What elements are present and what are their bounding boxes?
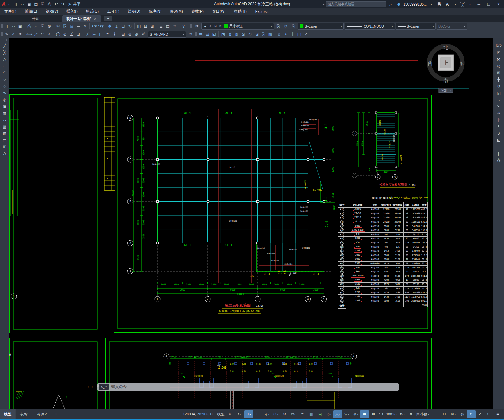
delete-faces-icon[interactable]: ⊠ (240, 31, 247, 38)
copy-faces-icon[interactable]: ⎘ (260, 31, 267, 38)
maximize-button[interactable]: □ (484, 1, 493, 8)
new-file-icon[interactable]: ▯ (12, 1, 19, 8)
annotation-scale-text[interactable]: 1:1 / 100%▾ (378, 410, 398, 418)
copy-clip-icon[interactable]: ⎘ (62, 23, 68, 30)
properties-palette-icon[interactable]: ≣ (158, 23, 165, 30)
dim-update-icon[interactable]: ⟲ (187, 31, 194, 38)
gizmo-toggle[interactable]: ⊕▾ (351, 410, 360, 418)
fillet-icon[interactable]: ⌒ (495, 144, 502, 150)
layout-tab-layout2[interactable]: 布局2 (33, 409, 51, 419)
named-views-icon[interactable]: ⊟ (142, 23, 149, 30)
plot-icon[interactable]: ⎙ (26, 23, 32, 30)
dim-radius-icon[interactable]: ◯ (55, 31, 62, 38)
menu-item-6[interactable]: 绘图(D) (123, 8, 145, 15)
app-menu-arrow-icon[interactable]: ▾ (6, 1, 12, 8)
layer-properties-icon[interactable]: ≋ (194, 23, 200, 30)
dim-continue-icon[interactable]: ⊢ (97, 31, 104, 38)
dim-tolerance-icon[interactable]: ⊞ (120, 31, 127, 38)
arc-icon[interactable]: ◠ (1, 69, 8, 76)
linetype-combo[interactable]: CON...NUOU ▾ (345, 23, 395, 30)
dynamic-ucs-toggle[interactable]: △▾ (333, 410, 342, 418)
dim-angular-icon[interactable]: ∠ (68, 31, 75, 38)
model-space-button[interactable]: 模型 (216, 410, 225, 418)
help-icon[interactable]: ? (460, 2, 465, 7)
dim-style-manager-icon[interactable]: ✓ (10, 31, 17, 38)
dim-linear-icon[interactable]: ⟷ (26, 31, 32, 38)
units-text[interactable]: ▤ 小数▾ (415, 410, 440, 418)
dim-space-icon[interactable]: ≡ (104, 31, 111, 38)
search-input[interactable]: 键入关键字或短语 (326, 1, 386, 7)
layer-states-icon[interactable]: ⎗ (290, 23, 297, 30)
close-button[interactable]: ✕ (494, 1, 503, 8)
make-current-layer-icon[interactable]: ⎘ (275, 23, 282, 30)
save-as-icon[interactable]: ▤ (32, 1, 39, 8)
freeze-icon[interactable]: ⌑ (214, 24, 218, 28)
zoom-window-icon[interactable]: ⊡ (120, 23, 127, 30)
dynamic-input-toggle[interactable]: +▪ (244, 410, 253, 418)
export-icon[interactable]: ⎗ (39, 1, 46, 8)
dim-aligned-icon[interactable]: ⤢ (32, 31, 39, 38)
spline-icon[interactable]: ∿ (1, 90, 8, 96)
menu-item-10[interactable]: 窗口(W) (208, 8, 230, 15)
command-grip-icon[interactable]: ⋮⋮ (86, 384, 94, 388)
explode-icon[interactable]: ⁂ (495, 157, 502, 163)
join-icon[interactable]: ∪ (495, 130, 502, 137)
multiline-text-icon[interactable]: A (1, 150, 8, 157)
quick-calc-icon[interactable]: ⌗ (171, 23, 178, 30)
taper-faces-icon[interactable]: ◢ (253, 31, 260, 38)
dim-style-combo[interactable]: STANDARD ▾ (148, 31, 186, 38)
cad-drawing[interactable]: ΦΦΦ北西东南上WCS▾DCBAA123455DC45AAGL-1GL-1GL-… (0, 38, 504, 409)
erase-icon[interactable]: ⌦ (495, 43, 502, 49)
plot-preview-icon[interactable]: ⌕ (32, 23, 39, 30)
scale-icon[interactable]: ◱ (495, 90, 502, 96)
dim-arclength-icon[interactable]: ◠ (39, 31, 46, 38)
tab-start[interactable]: 开始 (28, 15, 44, 22)
revision-cloud-icon[interactable]: ◌ (1, 83, 8, 89)
save-icon[interactable]: ▣ (17, 23, 24, 30)
menu-item-0[interactable]: 文件(F) (0, 8, 21, 15)
menu-item-7[interactable]: 标注(N) (145, 8, 166, 15)
new-layout-button[interactable]: + (51, 409, 61, 419)
customization-toggle[interactable]: ≣ (493, 410, 502, 418)
dim-centermark-icon[interactable]: ⊕ (127, 31, 133, 38)
viewports-icon[interactable]: ◫ (135, 23, 142, 30)
user-name[interactable]: 1505999135... (403, 2, 427, 6)
annotation-visibility-toggle[interactable]: ✱ (360, 410, 369, 418)
menu-item-9[interactable]: 参数(P) (187, 8, 208, 15)
snap-mode-toggle[interactable]: ∷▾ (234, 410, 243, 418)
menu-item-1[interactable]: 编辑(E) (21, 8, 41, 15)
array-icon[interactable]: ⊞ (495, 69, 502, 76)
full-screen-toggle[interactable]: ⛶ (484, 410, 493, 418)
object-snap-tracking-toggle[interactable]: ✕ (280, 410, 289, 418)
selection-cycling-toggle[interactable]: ▣ (316, 410, 324, 418)
color-faces-icon[interactable]: ▩ (267, 31, 274, 38)
offset-icon[interactable]: ◎ (495, 63, 502, 69)
transparency-toggle[interactable]: ▥ (307, 410, 316, 418)
rectangle-icon[interactable]: ▭ (1, 63, 8, 69)
menu-item-12[interactable]: Express (251, 8, 273, 15)
open-file-icon[interactable]: ▱ (19, 1, 26, 8)
isolate-objects-toggle[interactable]: ◎ (458, 410, 467, 418)
redo-icon[interactable]: ↷ (59, 1, 66, 8)
layout-tab-layout1[interactable]: 布局1 (16, 409, 33, 419)
annotation-monitor-toggle[interactable]: ⚙ (407, 410, 415, 418)
dim-update-style-icon[interactable]: ✐ (140, 31, 147, 38)
collapse-search-icon[interactable]: ▸ (323, 2, 324, 6)
workspace-switching-toggle[interactable]: ⚙▾ (398, 410, 407, 418)
publish-icon[interactable]: ⎗ (39, 23, 46, 30)
lock-ui-toggle[interactable]: ⊞▾ (449, 410, 458, 418)
subtract-icon[interactable]: ⬓ (204, 31, 211, 38)
sun-icon[interactable]: ☀ (208, 24, 212, 28)
drawing-canvas[interactable]: ΦΦΦ北西东南上WCS▾DCBAA123455DC45AAGL-1GL-1GL-… (0, 38, 504, 409)
region-icon[interactable]: ▤ (1, 137, 8, 143)
pan-icon[interactable]: ❖ (106, 23, 113, 30)
autodesk-app-icon[interactable]: A (444, 1, 451, 8)
gradient-icon[interactable]: ▩ (1, 130, 8, 137)
app-menu-icon[interactable]: A (2, 1, 6, 7)
construction-line-icon[interactable]: ╳ (1, 49, 8, 56)
offset-faces-icon[interactable]: ⧄ (233, 31, 240, 38)
dim-quick-icon[interactable]: ⚡ (84, 31, 91, 38)
lineweight-combo[interactable]: ByLayer ▾ (396, 23, 436, 30)
hatch-icon[interactable]: ▨ (1, 123, 8, 130)
union-icon[interactable]: ⬒ (197, 31, 204, 38)
